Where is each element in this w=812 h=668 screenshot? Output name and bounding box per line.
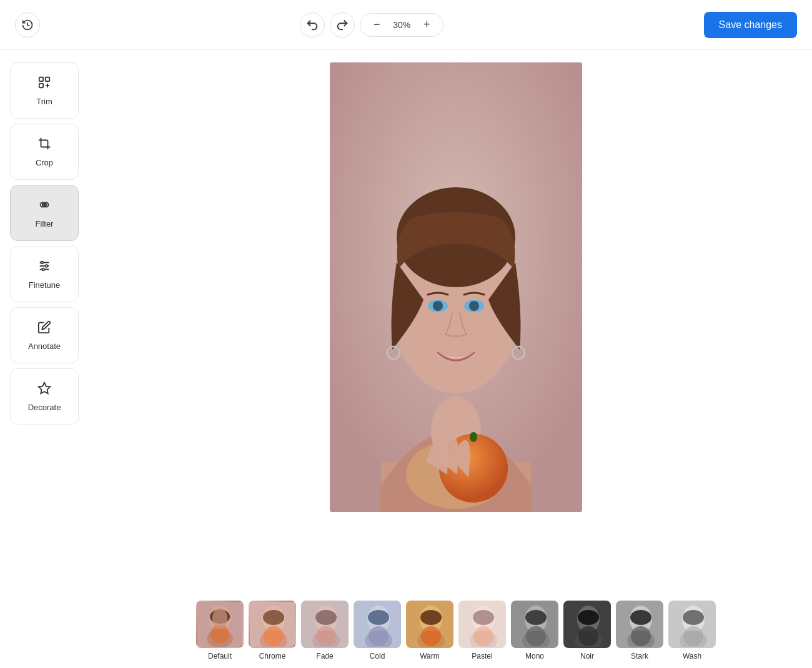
zoom-out-button[interactable]: − xyxy=(368,16,385,34)
svg-point-46 xyxy=(368,610,389,625)
filter-thumb-cold xyxy=(354,601,401,648)
filter-item-default[interactable]: Default xyxy=(194,601,246,661)
filter-thumb-warm xyxy=(406,601,453,648)
history-icon xyxy=(21,19,34,31)
svg-point-66 xyxy=(578,610,599,625)
filter-thumb-stark xyxy=(616,601,663,648)
sidebar-item-decorate[interactable]: Decorate xyxy=(10,368,79,425)
svg-rect-2 xyxy=(39,83,43,87)
filter-item-noir[interactable]: Noir xyxy=(561,601,613,661)
filter-label-noir: Noir xyxy=(580,652,594,661)
filter-label-wash: Wash xyxy=(683,652,701,661)
filter-label-cold: Cold xyxy=(370,652,385,661)
svg-point-21 xyxy=(433,301,443,311)
image-canvas xyxy=(330,62,582,512)
zoom-in-button[interactable]: + xyxy=(418,16,435,34)
svg-marker-11 xyxy=(39,382,50,393)
sidebar-item-annotate[interactable]: Annotate xyxy=(10,307,79,363)
filter-strip: Default Chrome Fade xyxy=(100,593,812,668)
svg-point-63 xyxy=(526,626,546,646)
crop-icon xyxy=(37,137,51,154)
filter-item-fade[interactable]: Fade xyxy=(299,601,351,661)
sidebar-item-filter-label: Filter xyxy=(36,219,54,228)
portrait-image xyxy=(330,62,582,512)
redo-icon xyxy=(335,18,349,32)
svg-point-51 xyxy=(420,610,442,625)
svg-point-28 xyxy=(470,432,477,442)
svg-point-22 xyxy=(469,301,479,311)
svg-point-48 xyxy=(369,626,389,646)
svg-point-10 xyxy=(42,268,44,270)
svg-point-71 xyxy=(630,610,651,625)
sidebar-item-annotate-label: Annotate xyxy=(28,341,61,351)
finetune-icon xyxy=(37,259,51,277)
svg-rect-0 xyxy=(39,77,43,81)
svg-point-68 xyxy=(578,626,598,646)
filter-item-warm[interactable]: Warm xyxy=(404,601,456,661)
svg-point-9 xyxy=(46,265,48,267)
sidebar-item-trim-label: Trim xyxy=(36,97,52,106)
trim-icon xyxy=(37,76,51,93)
decorate-icon xyxy=(37,381,51,399)
portrait-svg xyxy=(330,62,582,512)
sidebar-item-crop[interactable]: Crop xyxy=(10,124,79,180)
filter-thumb-pastel xyxy=(458,601,506,648)
svg-point-8 xyxy=(41,261,44,263)
annotate-icon xyxy=(37,320,51,338)
filter-label-pastel: Pastel xyxy=(472,652,492,661)
filter-thumb-wash xyxy=(668,601,716,648)
filter-thumb-default xyxy=(196,601,244,648)
filter-label-chrome: Chrome xyxy=(259,652,286,661)
filter-thumb-fade xyxy=(301,601,349,648)
filter-thumb-chrome xyxy=(249,601,296,648)
svg-point-56 xyxy=(473,610,494,625)
filter-label-stark: Stark xyxy=(631,652,648,661)
svg-point-36 xyxy=(263,610,284,625)
svg-point-38 xyxy=(264,626,284,646)
sidebar-item-decorate-label: Decorate xyxy=(28,403,61,412)
history-button[interactable] xyxy=(15,12,40,37)
undo-button[interactable] xyxy=(300,12,325,37)
svg-point-30 xyxy=(209,606,230,632)
svg-rect-1 xyxy=(46,77,49,81)
thumb-face-default xyxy=(197,602,242,647)
svg-point-78 xyxy=(683,626,703,646)
undo-icon xyxy=(305,18,319,32)
svg-point-76 xyxy=(683,610,704,625)
sidebar-item-crop-label: Crop xyxy=(36,158,53,167)
redo-button[interactable] xyxy=(330,12,355,37)
svg-point-58 xyxy=(473,626,493,646)
sidebar-item-finetune[interactable]: Finetune xyxy=(10,246,79,302)
svg-point-73 xyxy=(631,626,651,646)
sidebar-item-trim[interactable]: Trim xyxy=(10,62,79,119)
filter-label-fade: Fade xyxy=(316,652,333,661)
filter-label-default: Default xyxy=(208,652,232,661)
filter-item-mono[interactable]: Mono xyxy=(508,601,561,661)
filter-label-mono: Mono xyxy=(525,652,544,661)
filter-icon xyxy=(37,198,51,215)
filter-thumb-mono xyxy=(511,601,558,648)
save-changes-button[interactable]: Save changes xyxy=(704,12,797,38)
svg-point-43 xyxy=(316,626,336,646)
toolbar-right: Save changes xyxy=(704,12,797,38)
svg-point-41 xyxy=(315,610,337,625)
sidebar-item-finetune-label: Finetune xyxy=(29,280,61,290)
sidebar-item-filter[interactable]: Filter xyxy=(10,185,79,241)
svg-point-53 xyxy=(421,626,441,646)
canvas-area xyxy=(100,50,812,668)
filter-item-cold[interactable]: Cold xyxy=(351,601,404,661)
filter-item-wash[interactable]: Wash xyxy=(666,601,718,661)
zoom-control: − 30% + xyxy=(360,13,443,37)
toolbar-center: − 30% + xyxy=(300,12,443,37)
svg-point-31 xyxy=(210,609,230,624)
svg-point-33 xyxy=(210,625,229,644)
sidebar: Trim Crop Filter xyxy=(0,50,100,668)
filter-thumb-noir xyxy=(563,601,611,648)
svg-point-61 xyxy=(525,610,547,625)
filter-item-pastel[interactable]: Pastel xyxy=(456,601,508,661)
filter-item-stark[interactable]: Stark xyxy=(613,601,666,661)
filter-item-chrome[interactable]: Chrome xyxy=(246,601,299,661)
toolbar-left xyxy=(15,12,40,37)
zoom-value: 30% xyxy=(390,20,413,30)
filter-label-warm: Warm xyxy=(420,652,440,661)
